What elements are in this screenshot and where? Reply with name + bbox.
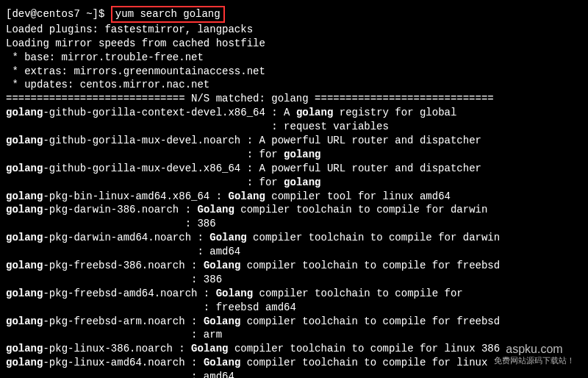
watermark-sub: 免费网站源码下载站！	[494, 356, 575, 365]
result-continuation: : for golang	[6, 148, 582, 162]
watermark-main: aspku.com	[494, 343, 575, 356]
command-highlight: yum search golang	[111, 6, 225, 23]
result-line: golang-github-gorilla-context-devel.x86_…	[6, 106, 582, 120]
result-continuation: : amd64	[6, 245, 582, 259]
prompt-line[interactable]: [dev@centos7 ~]$ yum search golang	[6, 6, 582, 23]
result-line: golang-github-gorilla-mux-devel.noarch :…	[6, 134, 582, 148]
result-line: golang-pkg-bin-linux-amd64.x86_64 : Gola…	[6, 190, 582, 204]
result-continuation: : freebsd amd64	[6, 301, 582, 315]
header-line: * base: mirror.trouble-free.net	[6, 51, 582, 65]
result-continuation: : 386	[6, 217, 582, 231]
result-continuation: : arm	[6, 328, 582, 342]
result-continuation: : for golang	[6, 176, 582, 190]
header-block: Loaded plugins: fastestmirror, langpacks…	[6, 23, 582, 92]
result-line: golang-pkg-darwin-amd64.noarch : Golang …	[6, 231, 582, 245]
result-line: golang-github-gorilla-mux-devel.x86_64 :…	[6, 162, 582, 176]
result-continuation: : request variables	[6, 120, 582, 134]
watermark: aspku.com 免费网站源码下载站！	[494, 343, 575, 365]
result-line: golang-pkg-freebsd-arm.noarch : Golang c…	[6, 315, 582, 329]
result-continuation: : amd64	[6, 370, 582, 378]
header-line: * updates: centos.mirror.nac.net	[6, 78, 582, 92]
header-line: Loaded plugins: fastestmirror, langpacks	[6, 23, 582, 37]
section-divider: ============================= N/S matche…	[6, 92, 582, 106]
results-block: golang-github-gorilla-context-devel.x86_…	[6, 106, 582, 378]
header-line: * extras: mirrors.greenmountainaccess.ne…	[6, 65, 582, 79]
result-line: golang-pkg-freebsd-386.noarch : Golang c…	[6, 259, 582, 273]
result-line: golang-pkg-darwin-386.noarch : Golang co…	[6, 203, 582, 217]
header-line: Loading mirror speeds from cached hostfi…	[6, 37, 582, 51]
result-line: golang-pkg-freebsd-amd64.noarch : Golang…	[6, 287, 582, 301]
prompt-prefix: [dev@centos7 ~]$	[6, 8, 111, 20]
result-continuation: : 386	[6, 273, 582, 287]
